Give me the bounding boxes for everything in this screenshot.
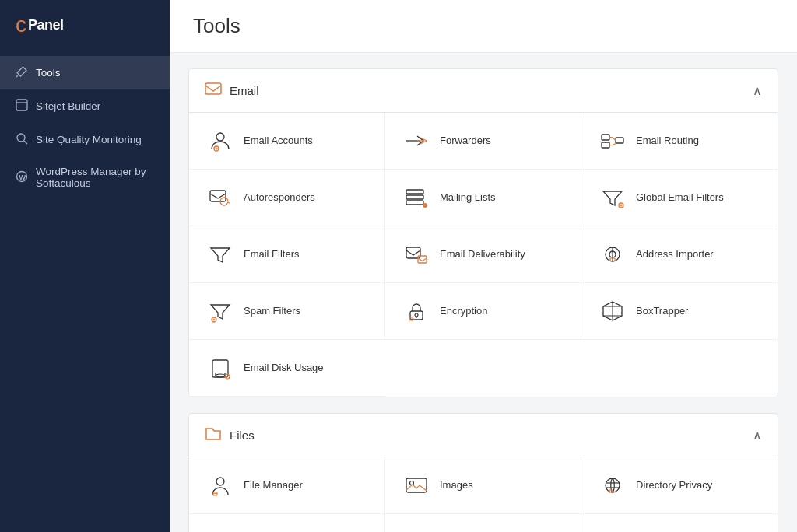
files-section-icon [205, 425, 222, 446]
tool-email-disk-usage[interactable]: Email Disk Usage [189, 340, 385, 397]
sidebar-item-tools[interactable]: Tools [0, 56, 170, 89]
svg-rect-13 [602, 142, 609, 148]
tool-images-label: Images [440, 479, 473, 492]
email-section-header[interactable]: Email ∧ [189, 69, 778, 113]
files-section-title: Files [205, 425, 255, 446]
email-section-icon [205, 80, 222, 101]
page-header: Tools [170, 0, 797, 53]
tool-web-disk[interactable]: Web Disk [385, 514, 581, 532]
main-content: Tools Email ∧ [170, 0, 797, 532]
svg-rect-18 [406, 201, 423, 205]
svg-rect-1 [16, 100, 27, 110]
tool-email-filters-label: Email Filters [244, 248, 300, 261]
tool-address-importer[interactable]: Address Importer [581, 226, 778, 283]
files-section-chevron: ∧ [753, 428, 762, 443]
tool-email-accounts-label: Email Accounts [244, 135, 313, 148]
files-section-header[interactable]: Files ∧ [189, 414, 778, 457]
email-section-label: Email [230, 84, 259, 97]
svg-line-4 [24, 141, 27, 144]
svg-point-43 [410, 481, 414, 485]
tool-email-accounts[interactable]: Email Accounts [189, 113, 385, 170]
svg-rect-17 [406, 195, 423, 199]
svg-line-0 [16, 75, 18, 77]
tool-encryption[interactable]: Encryption [385, 283, 581, 340]
sidebar-logo: c Panel [0, 0, 170, 50]
tool-email-routing[interactable]: Email Routing [581, 113, 778, 170]
email-tool-grid: Email Accounts Forwarders [189, 113, 778, 397]
email-section-title: Email [205, 80, 259, 101]
tool-email-deliverability-label: Email Deliverability [440, 248, 525, 261]
svg-text:W: W [19, 173, 26, 181]
tools-container: Email ∧ Email Accounts [170, 53, 797, 532]
svg-point-3 [17, 134, 25, 142]
svg-rect-7 [205, 83, 221, 94]
svg-rect-15 [210, 191, 226, 201]
svg-point-8 [216, 133, 224, 141]
files-tool-grid: File Manager Images [189, 457, 778, 532]
tool-images[interactable]: Images [385, 457, 581, 514]
files-section-label: Files [230, 429, 255, 442]
tool-email-deliverability[interactable]: Email Deliverability [385, 226, 581, 283]
svg-point-30 [415, 313, 418, 317]
tool-ftp-accounts[interactable]: FTP FTP Accounts [581, 514, 778, 532]
tool-file-manager-label: File Manager [244, 479, 303, 492]
svg-rect-42 [406, 478, 427, 492]
sidebar-item-site-quality-label: Site Quality Monitoring [36, 134, 142, 145]
tool-mailing-lists[interactable]: Mailing Lists [385, 170, 581, 226]
tool-boxtrapper[interactable]: BoxTrapper [581, 283, 778, 340]
tool-global-email-filters[interactable]: Global Email Filters [581, 170, 778, 226]
svg-rect-14 [616, 138, 623, 143]
tool-boxtrapper-label: BoxTrapper [636, 305, 688, 318]
files-section: Files ∧ File Manager [188, 413, 778, 532]
site-quality-icon [16, 132, 28, 147]
tool-global-email-filters-label: Global Email Filters [636, 191, 724, 205]
sidebar-navigation: Tools Sitejet Builder Site Quality Monit… [0, 50, 170, 198]
tool-autoresponders-label: Autoresponders [244, 191, 315, 205]
sitejet-icon [16, 99, 28, 114]
email-section: Email ∧ Email Accounts [188, 68, 778, 397]
sidebar-item-wordpress-label: WordPress Manager by Softaculous [36, 166, 154, 189]
tools-icon [16, 65, 28, 80]
tool-spam-filters[interactable]: Spam Filters [189, 283, 385, 340]
page-title: Tools [193, 14, 774, 38]
svg-point-44 [606, 478, 620, 492]
tool-disk-usage[interactable]: Disk Usage [189, 514, 385, 532]
tool-spam-filters-label: Spam Filters [244, 305, 300, 318]
email-section-chevron: ∧ [753, 83, 762, 98]
tool-forwarders-label: Forwarders [440, 135, 491, 148]
tool-directory-privacy-label: Directory Privacy [636, 479, 712, 492]
tool-file-manager[interactable]: File Manager [189, 457, 385, 514]
svg-rect-16 [406, 190, 423, 194]
tool-forwarders[interactable]: Forwarders [385, 113, 581, 170]
tool-email-disk-usage-label: Email Disk Usage [244, 362, 324, 375]
svg-rect-12 [602, 135, 609, 140]
tool-directory-privacy[interactable]: Directory Privacy [581, 457, 778, 514]
sidebar-item-sitejet-label: Sitejet Builder [36, 100, 100, 112]
tool-encryption-label: Encryption [440, 305, 487, 318]
svg-point-40 [216, 478, 224, 485]
tool-address-importer-label: Address Importer [636, 248, 714, 261]
sidebar-item-wordpress[interactable]: W WordPress Manager by Softaculous [0, 156, 170, 198]
sidebar: c Panel Tools Sitejet Builder [0, 0, 170, 532]
sidebar-item-sitejet[interactable]: Sitejet Builder [0, 89, 170, 123]
wordpress-icon: W [16, 170, 28, 185]
logo-text: Panel [28, 17, 64, 33]
svg-point-19 [423, 203, 427, 208]
tool-autoresponders[interactable]: Autoresponders [189, 170, 385, 226]
sidebar-item-tools-label: Tools [36, 67, 61, 79]
sidebar-item-site-quality[interactable]: Site Quality Monitoring [0, 123, 170, 156]
tool-email-routing-label: Email Routing [636, 135, 699, 148]
tool-email-filters[interactable]: Email Filters [189, 226, 385, 283]
logo-bracket-left: c [16, 14, 26, 36]
tool-mailing-lists-label: Mailing Lists [440, 191, 496, 205]
svg-rect-41 [213, 492, 217, 495]
